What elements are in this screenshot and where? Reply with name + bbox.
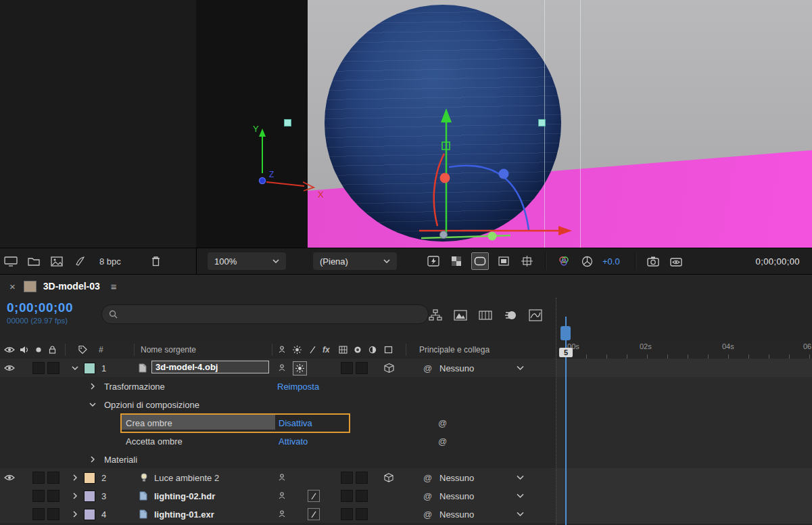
layer-4-track[interactable] [556, 505, 812, 524]
panel-menu-icon[interactable]: ≡ [111, 281, 117, 292]
shy-icon[interactable] [278, 510, 286, 518]
quality-toggle[interactable] [308, 490, 320, 502]
layer-name[interactable]: lighting-02.hdr [154, 490, 215, 501]
image-icon[interactable] [49, 253, 65, 269]
pickwhip-icon[interactable]: @ [423, 490, 432, 501]
lock-cell[interactable] [47, 508, 59, 520]
layer-1-track[interactable] [556, 359, 812, 378]
3d-cube-icon[interactable] [384, 473, 393, 482]
frame-blend-column-icon[interactable] [339, 346, 348, 354]
accept-shadows-label[interactable]: Accetta ombre [126, 436, 183, 446]
pickwhip-icon[interactable]: @ [438, 436, 447, 446]
layer-row-2[interactable]: 2 Luce ambiente 2 @ Nessuno [0, 468, 812, 487]
eye-icon[interactable] [4, 474, 15, 481]
lock-cell[interactable] [47, 362, 59, 374]
chevron-right-icon[interactable] [73, 511, 77, 518]
video-column-icon[interactable] [4, 346, 15, 354]
chevron-down-icon[interactable] [517, 511, 524, 516]
transform-group-label[interactable]: Trasformazione [104, 381, 165, 391]
draft-3d-icon[interactable] [453, 307, 468, 323]
chevron-down-icon[interactable] [72, 366, 78, 370]
collapse-column-icon[interactable] [293, 346, 302, 355]
switch-cell[interactable] [356, 362, 368, 374]
fast-previews-icon[interactable] [425, 253, 441, 269]
selection-handle[interactable] [538, 119, 546, 127]
motion-blur-column-icon[interactable] [354, 346, 362, 354]
layer-row-1[interactable]: 1 3d-model-4.obj @ Nessuno [0, 359, 812, 378]
comp-options-group-row[interactable]: Opzioni di composizione [0, 395, 812, 414]
time-ruler[interactable]: :00s 02s 04s 06 5 [556, 341, 812, 359]
solo-cell[interactable] [32, 490, 45, 502]
lock-cell[interactable] [47, 472, 59, 484]
reset-link[interactable]: Reimposta [277, 381, 319, 391]
view-layout-icon[interactable] [519, 253, 535, 269]
layer-color-swatch[interactable] [84, 363, 95, 374]
flowchart-icon[interactable] [428, 307, 443, 323]
comp-marker[interactable]: 5 [559, 348, 573, 357]
monitor-icon[interactable] [3, 253, 19, 269]
playhead[interactable] [560, 326, 571, 340]
motion-blur-icon[interactable] [503, 307, 518, 323]
comp-options-group-label[interactable]: Opzioni di composizione [104, 399, 199, 409]
bit-depth-button[interactable]: 8 bpc [99, 256, 121, 267]
cast-shadows-row[interactable]: Crea ombre Disattiva @ [0, 413, 812, 432]
renderer-toggle[interactable] [293, 361, 307, 375]
layer-2-track[interactable] [556, 468, 812, 487]
search-input[interactable] [123, 309, 421, 320]
switch-cell[interactable] [356, 472, 368, 484]
switch-cell[interactable] [341, 490, 353, 502]
exposure-icon[interactable] [579, 253, 595, 269]
chevron-right-icon[interactable] [91, 383, 95, 390]
switch-cell[interactable] [356, 508, 368, 520]
switch-cell[interactable] [341, 472, 353, 484]
switch-cell[interactable] [356, 490, 368, 502]
layer-name[interactable]: Luce ambiente 2 [154, 472, 219, 482]
layer-3-track[interactable] [556, 486, 812, 505]
layer-name-field[interactable]: 3d-model-4.obj [151, 361, 269, 373]
region-of-interest-icon[interactable] [496, 253, 512, 269]
graph-editor-icon[interactable] [528, 307, 543, 323]
switch-cell[interactable] [341, 362, 353, 374]
shy-column-icon[interactable] [278, 346, 286, 354]
transform-group-row[interactable]: Trasformazione Reimposta [0, 377, 812, 396]
layer-name[interactable]: lighting-01.exr [154, 509, 214, 519]
zoom-select[interactable]: 100% [208, 252, 286, 270]
layer-color-swatch[interactable] [84, 490, 95, 502]
layer-color-swatch[interactable] [84, 472, 95, 484]
accept-shadows-row[interactable]: Accetta ombre Attivato @ [0, 432, 812, 451]
lock-cell[interactable] [47, 490, 59, 502]
parent-select-value[interactable]: Nessuno [439, 472, 474, 482]
shy-icon[interactable] [278, 364, 286, 372]
frame-blend-icon[interactable] [478, 307, 493, 323]
parent-select-value[interactable]: Nessuno [439, 363, 474, 373]
brush-icon[interactable] [72, 253, 88, 269]
chevron-right-icon[interactable] [73, 493, 77, 499]
pickwhip-icon[interactable]: @ [423, 472, 432, 482]
lock-column-icon[interactable] [49, 346, 56, 354]
adjustment-column-icon[interactable] [368, 346, 377, 354]
chevron-down-icon[interactable] [517, 493, 524, 498]
shy-icon[interactable] [278, 492, 286, 500]
close-tab-icon[interactable]: × [9, 281, 16, 292]
3d-column-icon[interactable] [384, 346, 393, 354]
switch-cell[interactable] [341, 508, 353, 520]
color-management-icon[interactable] [556, 253, 572, 269]
pickwhip-icon[interactable]: @ [423, 509, 432, 519]
quality-column-icon[interactable] [309, 346, 316, 354]
parent-select-value[interactable]: Nessuno [439, 490, 474, 501]
label-column-icon[interactable] [78, 346, 87, 355]
3d-cube-icon[interactable] [384, 363, 394, 373]
chevron-down-icon[interactable] [517, 365, 524, 370]
solo-column-icon[interactable] [35, 346, 42, 353]
solo-cell[interactable] [32, 472, 45, 484]
quality-toggle[interactable] [308, 508, 320, 520]
layer-color-swatch[interactable] [84, 509, 95, 520]
selection-handle[interactable] [284, 119, 291, 127]
resolution-select[interactable]: (Piena) [313, 252, 397, 270]
chevron-right-icon[interactable] [73, 474, 77, 481]
show-snapshot-icon[interactable] [669, 253, 685, 269]
exposure-value[interactable]: +0.0 [602, 256, 620, 267]
layer-row-3[interactable]: 3 lighting-02.hdr @ Nessuno [0, 486, 812, 505]
solo-cell[interactable] [32, 508, 45, 520]
search-box[interactable] [101, 304, 429, 324]
